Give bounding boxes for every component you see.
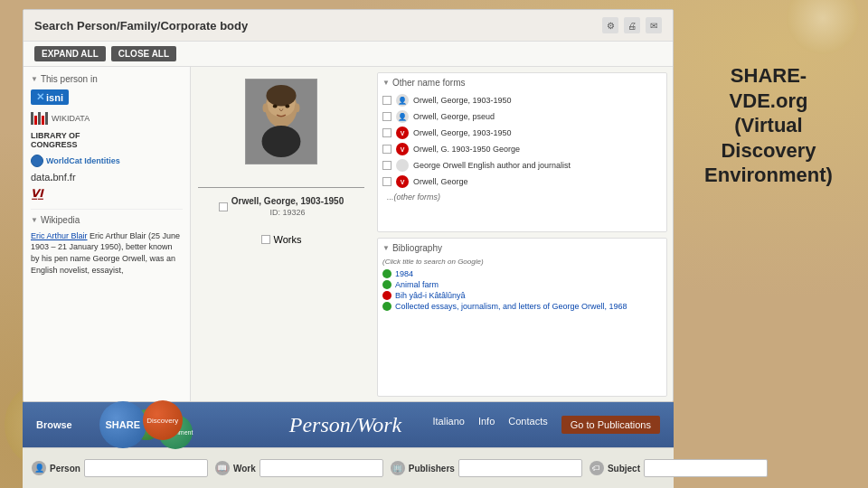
- name-forms-section: Other name forms 👤 Orwell, George, 1903-…: [377, 72, 667, 232]
- person-id: ID: 19326: [231, 208, 344, 217]
- work-field-input[interactable]: [259, 459, 383, 477]
- viaf-icon-6: V: [396, 175, 409, 188]
- bib-title-2[interactable]: Animal farm: [395, 280, 439, 289]
- bib-item-collected: Collected essays, journalism, and letter…: [382, 301, 662, 312]
- print-icon[interactable]: 🖨: [624, 17, 640, 33]
- isni-logo: ✕ isni: [31, 89, 69, 105]
- person-field: 👤 Person: [32, 459, 208, 477]
- isni-text: isni: [46, 92, 63, 103]
- wikidata-bars: [31, 112, 48, 125]
- person-field-input[interactable]: [84, 459, 208, 477]
- person-id-value: 19326: [282, 208, 305, 217]
- form-checkbox-6[interactable]: [382, 177, 392, 186]
- form-item-3: V Orwell, George, 1903-1950: [382, 125, 662, 141]
- form-name-2: Orwell, George, pseud: [413, 112, 495, 121]
- sidebar-share-vde: SHARE-VDE.org: [730, 64, 808, 112]
- viaf-logo: V̲I̲: [31, 187, 43, 200]
- publishers-field-input[interactable]: [458, 459, 582, 477]
- bib-title-4[interactable]: Collected essays, journalism, and letter…: [395, 302, 627, 311]
- wikidata-logo-item[interactable]: WIKIDATA: [31, 109, 183, 127]
- viaf-icon-3: V: [396, 127, 409, 139]
- contacts-link[interactable]: Contacts: [508, 416, 547, 434]
- loc-logo: LIBRARY OFCONGRESS: [31, 132, 80, 150]
- form-checkbox-4[interactable]: [382, 145, 392, 154]
- bib-item-katalunya: Bih yâd-i Kâtâlûnyâ: [382, 290, 662, 301]
- person-icon-2: 👤: [396, 110, 409, 123]
- worldcat-text: WorldCat Identities: [46, 156, 120, 165]
- viaf-logo-item[interactable]: V̲I̲: [31, 187, 183, 200]
- loc-logo-item[interactable]: LIBRARY OFCONGRESS: [31, 132, 183, 150]
- wikipedia-title: Wikipedia: [31, 215, 183, 225]
- wikidata-text: WIKIDATA: [52, 114, 90, 123]
- worldcat-logo-item[interactable]: WorldCat Identities: [31, 155, 183, 167]
- bibliography-section: Bibliography (Click title to search on G…: [377, 238, 667, 398]
- work-field-label: Work: [233, 464, 256, 474]
- bib-dot-4: [382, 302, 392, 311]
- bib-item-animal-farm: Animal farm: [382, 279, 662, 290]
- form-checkbox-2[interactable]: [382, 112, 392, 121]
- nav-right: Italiano Info Contacts Go to Publication…: [432, 416, 660, 434]
- bnf-dot: .: [50, 172, 52, 183]
- svg-point-6: [273, 104, 278, 108]
- settings-icon[interactable]: ⚙: [602, 17, 618, 33]
- language-selector[interactable]: Italiano: [432, 416, 464, 434]
- form-checkbox-3[interactable]: [382, 128, 392, 137]
- person-id-label: ID:: [269, 208, 280, 217]
- publishers-field-label: Publishers: [409, 464, 455, 474]
- text-icon-5: [396, 159, 409, 172]
- bibliography-title: Bibliography: [382, 243, 662, 253]
- bib-title-3[interactable]: Bih yâd-i Kâtâlûnyâ: [395, 291, 466, 300]
- person-name: Orwell, George, 1903-1950: [231, 196, 344, 206]
- person-field-label: Person: [50, 464, 80, 474]
- other-name-forms-title: Other name forms: [382, 78, 662, 88]
- worldcat-logo: WorldCat Identities: [31, 155, 120, 167]
- svg-point-8: [263, 104, 269, 113]
- email-icon[interactable]: ✉: [646, 17, 662, 33]
- discovery-bubble[interactable]: Discovery: [143, 400, 183, 440]
- form-item-5: George Orwell English author and journal…: [382, 157, 662, 174]
- share-label: SHARE: [105, 419, 140, 430]
- left-panel: This person in ✕ isni WIKIDATA: [24, 67, 191, 402]
- publishers-field: 🏢 Publishers: [391, 459, 582, 477]
- form-checkbox-1[interactable]: [382, 96, 392, 105]
- share-bubble[interactable]: SHARE: [99, 401, 146, 448]
- publishers-field-icon: 🏢: [391, 461, 405, 475]
- viaf-icon-4: V: [396, 143, 409, 155]
- work-field-icon: 📖: [215, 461, 230, 475]
- sidebar-text-container: SHARE-VDE.org (Virtual Discovery Environ…: [696, 63, 841, 188]
- go-to-publications-button[interactable]: Go to Publications: [561, 416, 660, 434]
- portrait-svg: [246, 79, 316, 164]
- expand-all-button[interactable]: EXPAND ALL: [34, 46, 106, 61]
- isni-logo-item[interactable]: ✕ isni: [31, 89, 183, 105]
- work-field: 📖 Work: [215, 459, 383, 477]
- wikidata-bar-1: [31, 112, 33, 125]
- wikipedia-link[interactable]: Eric Arthur Blair: [31, 231, 88, 240]
- browse-label[interactable]: Browse: [36, 419, 72, 430]
- discovery-label: Discovery: [146, 417, 178, 425]
- nav-left: Browse SHARE Virtual Discovery Environme…: [36, 402, 401, 447]
- works-section: Works: [261, 234, 302, 245]
- subject-field-icon: 🏷: [590, 461, 604, 475]
- person-photo: [245, 79, 317, 164]
- isni-x-icon: ✕: [36, 91, 44, 103]
- person-checkbox-row: Orwell, George, 1903-1950 ID: 19326: [219, 196, 344, 217]
- person-icon-1: 👤: [396, 94, 409, 107]
- header-icons: ⚙ 🖨 ✉: [602, 17, 662, 33]
- info-link[interactable]: Info: [478, 416, 495, 434]
- person-checkbox[interactable]: [219, 202, 228, 211]
- form-checkbox-5[interactable]: [382, 161, 392, 170]
- works-checkbox[interactable]: [261, 235, 270, 244]
- wikipedia-section: Wikipedia Eric Arthur Blair Eric Arthur …: [31, 209, 183, 276]
- form-item-2: 👤 Orwell, George, pseud: [382, 108, 662, 125]
- bottom-bar: 👤 Person 📖 Work 🏢 Publishers 🏷 Subject: [23, 447, 674, 488]
- subject-field-input[interactable]: [644, 459, 768, 477]
- sidebar-virtual: (Virtual: [734, 114, 802, 136]
- bib-title-1[interactable]: 1984: [395, 269, 413, 278]
- close-all-button[interactable]: CLOSE ALL: [111, 46, 176, 61]
- bnf-logo-item[interactable]: data.bnf.fr: [31, 172, 183, 183]
- bib-dot-1: [382, 269, 392, 278]
- right-panel: Other name forms 👤 Orwell, George, 1903-…: [372, 67, 673, 402]
- bib-click-text: (Click title to search on Google): [382, 258, 662, 266]
- nav-title: Person/Work: [289, 413, 401, 437]
- svg-point-9: [295, 104, 300, 113]
